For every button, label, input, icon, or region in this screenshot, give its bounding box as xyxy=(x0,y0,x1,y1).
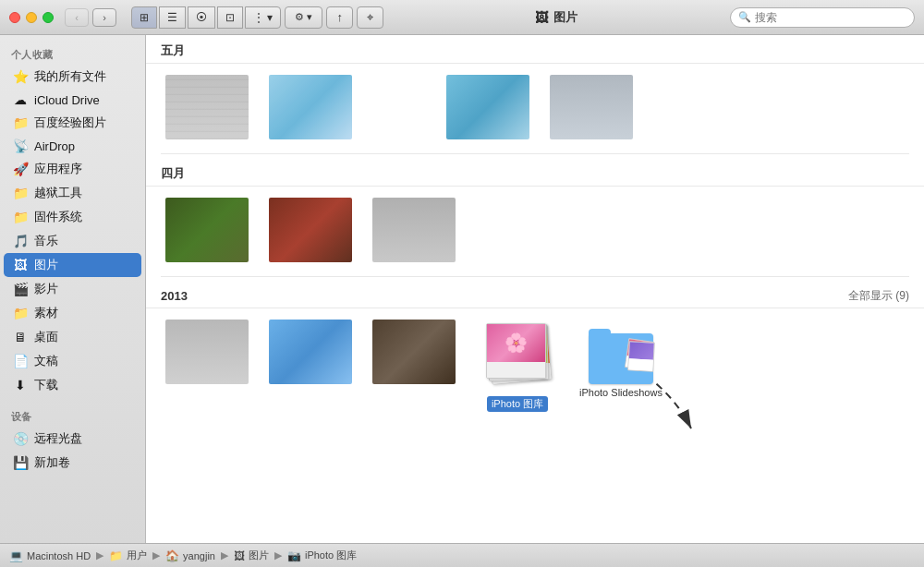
iphoto-slideshows-item[interactable]: 📷 iPhoto Slideshows xyxy=(575,320,667,412)
list-item[interactable] xyxy=(264,75,357,142)
documents-icon: 📄 xyxy=(13,354,28,368)
minimize-button[interactable] xyxy=(26,12,37,23)
list-item[interactable] xyxy=(161,75,253,142)
show-all-button[interactable]: 全部显示 (9) xyxy=(848,288,909,304)
traffic-lights xyxy=(9,12,54,23)
section-april: 四月 xyxy=(146,158,924,277)
desktop-icon: 🖥 xyxy=(13,330,28,344)
pictures-folder-icon: 🖼 xyxy=(234,549,245,562)
tag-button[interactable]: ⌖ xyxy=(357,6,383,29)
breadcrumb-iphoto[interactable]: 📷 iPhoto 图库 xyxy=(287,549,357,562)
list-item[interactable] xyxy=(368,320,460,412)
sidebar-label-all-files: 我的所有文件 xyxy=(34,68,106,85)
airdrop-icon: 📡 xyxy=(13,139,28,153)
sidebar-item-movies[interactable]: 🎬 影片 xyxy=(4,277,141,301)
firmware-icon: 📁 xyxy=(13,210,28,224)
sidebar-label-desktop: 桌面 xyxy=(34,329,58,345)
list-item[interactable] xyxy=(368,198,460,265)
sidebar-item-remote-disc[interactable]: 💿 远程光盘 xyxy=(4,427,141,451)
movies-icon: 🎬 xyxy=(13,282,28,296)
sidebar-label-firmware: 固件系统 xyxy=(34,209,82,225)
new-volume-icon: 💾 xyxy=(13,455,28,470)
sidebar-item-music[interactable]: 🎵 音乐 xyxy=(4,229,141,253)
list-item[interactable] xyxy=(161,198,253,265)
forward-button[interactable]: › xyxy=(92,8,116,27)
search-box[interactable]: 🔍 xyxy=(730,7,915,28)
main-layout: 个人收藏 ⭐ 我的所有文件 ☁ iCloud Drive 📁 百度经验图片 📡 … xyxy=(0,35,924,543)
nav-buttons: ‹ › xyxy=(65,8,116,27)
list-item[interactable] xyxy=(442,75,534,142)
icon-view-button[interactable]: ⊞ xyxy=(131,6,157,29)
back-button[interactable]: ‹ xyxy=(65,8,89,27)
breadcrumb-sep-4: ▶ xyxy=(274,549,282,561)
sidebar-item-all-files[interactable]: ⭐ 我的所有文件 xyxy=(4,65,141,89)
iphoto-library-label: iPhoto 图库 xyxy=(487,396,548,412)
pictures-icon: 🖼 xyxy=(13,258,28,272)
all-files-icon: ⭐ xyxy=(13,69,28,84)
sidebar-label-documents: 文稿 xyxy=(34,353,58,369)
home-folder-icon: 🏠 xyxy=(165,549,179,562)
sidebar-item-new-volume[interactable]: 💾 新加卷 xyxy=(4,451,141,475)
section-header-may: 五月 xyxy=(146,35,924,64)
sidebar-item-documents[interactable]: 📄 文稿 xyxy=(4,349,141,373)
sidebar-label-materials: 素材 xyxy=(34,305,58,321)
sidebar-item-downloads[interactable]: ⬇ 下载 xyxy=(4,373,141,397)
music-icon: 🎵 xyxy=(13,234,28,248)
breadcrumb-sep-3: ▶ xyxy=(221,549,228,561)
list-item[interactable] xyxy=(545,75,638,142)
sidebar-item-jailbreak[interactable]: 📁 越狱工具 xyxy=(4,181,141,205)
search-input[interactable] xyxy=(755,11,906,24)
breadcrumb-user-home[interactable]: 🏠 yangjin xyxy=(165,549,215,562)
breadcrumb-macintosh-hd[interactable]: 💻 Macintosh HD xyxy=(9,549,91,562)
materials-icon: 📁 xyxy=(13,306,28,320)
breadcrumb-sep-2: ▶ xyxy=(152,549,160,561)
status-bar: 💻 Macintosh HD ▶ 📁 用户 ▶ 🏠 yangjin ▶ 🖼 图片… xyxy=(0,543,924,567)
share-button[interactable]: ↑ xyxy=(326,6,353,29)
breadcrumb-label-pictures: 图片 xyxy=(249,549,269,562)
section-2013: 2013 全部显示 (9) xyxy=(146,281,924,423)
sidebar-item-materials[interactable]: 📁 素材 xyxy=(4,301,141,325)
fullscreen-button[interactable] xyxy=(43,12,54,23)
sidebar-item-desktop[interactable]: 🖥 桌面 xyxy=(4,325,141,349)
sidebar-item-icloud[interactable]: ☁ iCloud Drive xyxy=(4,89,141,111)
jailbreak-icon: 📁 xyxy=(13,186,28,200)
section-may: 五月 xyxy=(146,35,924,154)
apps-icon: 🚀 xyxy=(13,162,28,176)
section-title-may: 五月 xyxy=(161,43,185,57)
folder-with-photos-icon: 📷 xyxy=(584,320,658,384)
sidebar-item-airdrop[interactable]: 📡 AirDrop xyxy=(4,135,141,157)
breadcrumb-label-yangjin: yangjin xyxy=(183,550,215,561)
arrange-button[interactable]: ⋮ ▾ xyxy=(245,6,281,29)
sidebar-label-baidu: 百度经验图片 xyxy=(34,115,106,131)
sidebar-label-downloads: 下载 xyxy=(34,377,58,393)
breadcrumb-label-users: 用户 xyxy=(127,549,147,562)
title-text: 图片 xyxy=(553,9,578,26)
action-button[interactable]: ⚙ ▾ xyxy=(285,6,322,29)
sidebar-label-remote-disc: 远程光盘 xyxy=(34,430,82,447)
remote-disc-icon: 💿 xyxy=(13,431,28,446)
baidu-icon: 📁 xyxy=(13,115,28,130)
close-button[interactable] xyxy=(9,12,20,23)
sidebar-label-new-volume: 新加卷 xyxy=(34,454,70,471)
file-grid-may xyxy=(146,64,924,153)
section-title-2013: 2013 xyxy=(161,289,188,303)
list-item[interactable] xyxy=(264,198,357,265)
iphoto-library-item[interactable]: 🌸 iPhoto 图库 xyxy=(471,320,564,412)
list-view-button[interactable]: ☰ xyxy=(159,6,186,29)
sidebar-item-firmware[interactable]: 📁 固件系统 xyxy=(4,205,141,229)
column-view-button[interactable]: ⦿ xyxy=(188,6,215,29)
devices-section-label: 设备 xyxy=(0,404,145,427)
list-item[interactable] xyxy=(264,320,357,412)
cover-flow-button[interactable]: ⊡ xyxy=(217,6,243,29)
sidebar-item-apps[interactable]: 🚀 应用程序 xyxy=(4,157,141,181)
list-item[interactable] xyxy=(161,320,253,412)
title-bar: ‹ › ⊞ ☰ ⦿ ⊡ ⋮ ▾ ⚙ ▾ ↑ ⌖ 🖼 图片 🔍 xyxy=(0,0,924,35)
sidebar-label-pictures: 图片 xyxy=(34,257,58,273)
sidebar-item-pictures[interactable]: 🖼 图片 xyxy=(4,253,141,277)
sidebar: 个人收藏 ⭐ 我的所有文件 ☁ iCloud Drive 📁 百度经验图片 📡 … xyxy=(0,35,146,543)
sidebar-label-music: 音乐 xyxy=(34,233,58,249)
breadcrumb-pictures[interactable]: 🖼 图片 xyxy=(234,549,269,562)
breadcrumb-users[interactable]: 📁 用户 xyxy=(109,549,147,562)
sidebar-item-baidu[interactable]: 📁 百度经验图片 xyxy=(4,111,141,135)
breadcrumb-label-iphoto: iPhoto 图库 xyxy=(305,549,357,562)
